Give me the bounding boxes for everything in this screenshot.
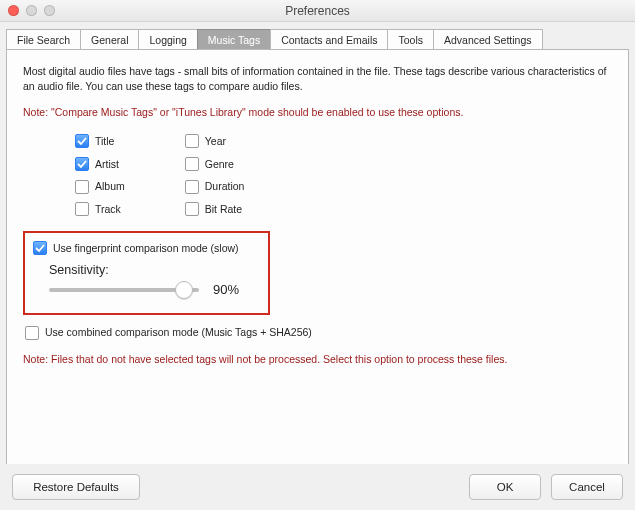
checkbox-artist[interactable]: Artist xyxy=(75,157,125,172)
sensitivity-slider[interactable] xyxy=(49,282,199,298)
intro-text: Most digital audio files have tags - sma… xyxy=(23,64,612,93)
checkbox-label: Duration xyxy=(205,179,245,194)
tab-logging[interactable]: Logging xyxy=(138,29,197,50)
checkbox-track[interactable]: Track xyxy=(75,202,125,217)
window-controls xyxy=(8,5,55,16)
checkbox-genre[interactable]: Genre xyxy=(185,157,245,172)
tag-checkbox-grid: Title Artist Album Track Year Genre xyxy=(75,134,612,217)
note-enable-mode: Note: "Compare Music Tags" or "iTunes Li… xyxy=(23,105,612,120)
checkbox-box xyxy=(75,202,89,216)
checkbox-bitrate[interactable]: Bit Rate xyxy=(185,202,245,217)
minimize-window-button[interactable] xyxy=(26,5,37,16)
sensitivity-row: Sensitivity: xyxy=(49,262,258,280)
checkbox-label: Album xyxy=(95,179,125,194)
tab-general[interactable]: General xyxy=(80,29,139,50)
checkbox-label: Genre xyxy=(205,157,234,172)
restore-defaults-button[interactable]: Restore Defaults xyxy=(12,474,140,500)
sensitivity-label: Sensitivity: xyxy=(49,262,109,280)
checkbox-label: Title xyxy=(95,134,114,149)
checkbox-label: Track xyxy=(95,202,121,217)
checkbox-label: Use combined comparison mode (Music Tags… xyxy=(45,325,312,340)
note-untagged-files: Note: Files that do not have selected ta… xyxy=(23,352,612,367)
checkbox-box xyxy=(33,241,47,255)
checkbox-box xyxy=(75,134,89,148)
sensitivity-value: 90% xyxy=(213,281,239,299)
tab-file-search[interactable]: File Search xyxy=(6,29,81,50)
close-window-button[interactable] xyxy=(8,5,19,16)
dialog-footer: Restore Defaults OK Cancel xyxy=(0,464,635,510)
checkbox-box xyxy=(75,157,89,171)
ok-button[interactable]: OK xyxy=(469,474,541,500)
tab-advanced-settings[interactable]: Advanced Settings xyxy=(433,29,543,50)
checkbox-combined-mode[interactable]: Use combined comparison mode (Music Tags… xyxy=(25,325,612,340)
checkbox-year[interactable]: Year xyxy=(185,134,245,149)
checkbox-box xyxy=(185,134,199,148)
checkbox-box xyxy=(185,157,199,171)
tab-tools[interactable]: Tools xyxy=(387,29,434,50)
tab-contacts-emails[interactable]: Contacts and Emails xyxy=(270,29,388,50)
checkbox-album[interactable]: Album xyxy=(75,179,125,194)
footer-right-buttons: OK Cancel xyxy=(469,474,623,500)
checkbox-duration[interactable]: Duration xyxy=(185,179,245,194)
checkbox-box xyxy=(185,180,199,194)
checkbox-box xyxy=(185,202,199,216)
checkbox-title[interactable]: Title xyxy=(75,134,125,149)
title-bar: Preferences xyxy=(0,0,635,22)
fingerprint-highlight-box: Use fingerprint comparison mode (slow) S… xyxy=(23,231,270,315)
tab-pane: Most digital audio files have tags - sma… xyxy=(6,49,629,471)
checkbox-label: Use fingerprint comparison mode (slow) xyxy=(53,241,239,256)
sensitivity-slider-row: 90% xyxy=(49,281,258,299)
tag-col-right: Year Genre Duration Bit Rate xyxy=(185,134,245,217)
checkbox-box xyxy=(25,326,39,340)
window-title: Preferences xyxy=(285,4,350,18)
checkbox-label: Year xyxy=(205,134,226,149)
zoom-window-button[interactable] xyxy=(44,5,55,16)
tab-music-tags[interactable]: Music Tags xyxy=(197,29,271,50)
tag-col-left: Title Artist Album Track xyxy=(75,134,125,217)
tab-bar: File Search General Logging Music Tags C… xyxy=(0,22,635,49)
checkbox-label: Bit Rate xyxy=(205,202,242,217)
checkbox-box xyxy=(75,180,89,194)
slider-thumb[interactable] xyxy=(175,281,193,299)
checkbox-fingerprint[interactable]: Use fingerprint comparison mode (slow) xyxy=(33,241,258,256)
checkbox-label: Artist xyxy=(95,157,119,172)
cancel-button[interactable]: Cancel xyxy=(551,474,623,500)
